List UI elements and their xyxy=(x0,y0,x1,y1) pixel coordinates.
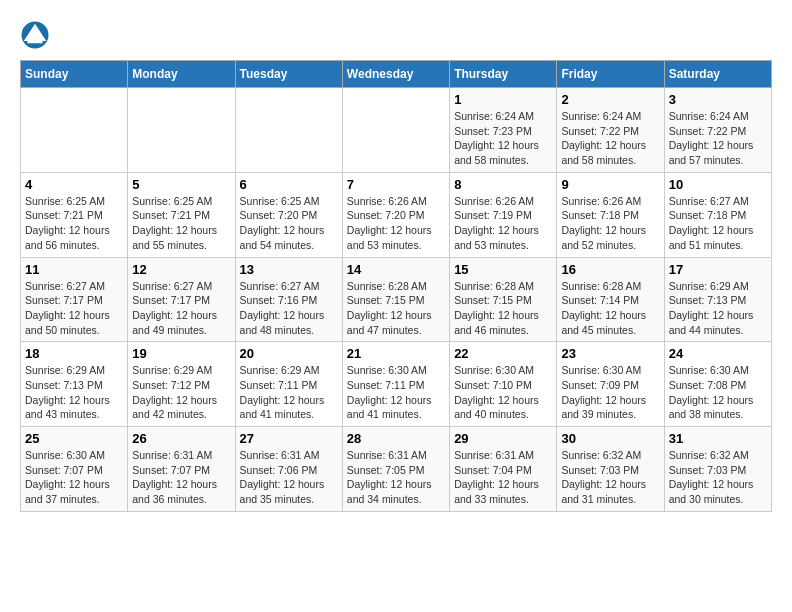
day-number: 26 xyxy=(132,431,230,446)
day-info: Sunrise: 6:31 AM Sunset: 7:07 PM Dayligh… xyxy=(132,448,230,507)
day-number: 2 xyxy=(561,92,659,107)
calendar-day-cell: 31Sunrise: 6:32 AM Sunset: 7:03 PM Dayli… xyxy=(664,427,771,512)
calendar-day-cell: 24Sunrise: 6:30 AM Sunset: 7:08 PM Dayli… xyxy=(664,342,771,427)
calendar-day-cell: 3Sunrise: 6:24 AM Sunset: 7:22 PM Daylig… xyxy=(664,88,771,173)
day-info: Sunrise: 6:25 AM Sunset: 7:21 PM Dayligh… xyxy=(132,194,230,253)
day-number: 22 xyxy=(454,346,552,361)
day-info: Sunrise: 6:32 AM Sunset: 7:03 PM Dayligh… xyxy=(669,448,767,507)
day-number: 9 xyxy=(561,177,659,192)
day-number: 16 xyxy=(561,262,659,277)
day-header-sunday: Sunday xyxy=(21,61,128,88)
day-info: Sunrise: 6:27 AM Sunset: 7:18 PM Dayligh… xyxy=(669,194,767,253)
day-header-saturday: Saturday xyxy=(664,61,771,88)
day-info: Sunrise: 6:31 AM Sunset: 7:04 PM Dayligh… xyxy=(454,448,552,507)
day-info: Sunrise: 6:26 AM Sunset: 7:18 PM Dayligh… xyxy=(561,194,659,253)
logo xyxy=(20,20,55,50)
calendar-week-5: 25Sunrise: 6:30 AM Sunset: 7:07 PM Dayli… xyxy=(21,427,772,512)
calendar-day-cell: 23Sunrise: 6:30 AM Sunset: 7:09 PM Dayli… xyxy=(557,342,664,427)
day-info: Sunrise: 6:30 AM Sunset: 7:11 PM Dayligh… xyxy=(347,363,445,422)
day-info: Sunrise: 6:29 AM Sunset: 7:11 PM Dayligh… xyxy=(240,363,338,422)
calendar-week-3: 11Sunrise: 6:27 AM Sunset: 7:17 PM Dayli… xyxy=(21,257,772,342)
calendar-day-cell: 7Sunrise: 6:26 AM Sunset: 7:20 PM Daylig… xyxy=(342,172,449,257)
calendar-day-cell: 29Sunrise: 6:31 AM Sunset: 7:04 PM Dayli… xyxy=(450,427,557,512)
calendar-day-cell: 22Sunrise: 6:30 AM Sunset: 7:10 PM Dayli… xyxy=(450,342,557,427)
day-header-wednesday: Wednesday xyxy=(342,61,449,88)
calendar-day-cell: 21Sunrise: 6:30 AM Sunset: 7:11 PM Dayli… xyxy=(342,342,449,427)
day-number: 5 xyxy=(132,177,230,192)
calendar-day-cell: 8Sunrise: 6:26 AM Sunset: 7:19 PM Daylig… xyxy=(450,172,557,257)
day-number: 21 xyxy=(347,346,445,361)
day-info: Sunrise: 6:27 AM Sunset: 7:16 PM Dayligh… xyxy=(240,279,338,338)
calendar-table: SundayMondayTuesdayWednesdayThursdayFrid… xyxy=(20,60,772,512)
day-info: Sunrise: 6:27 AM Sunset: 7:17 PM Dayligh… xyxy=(132,279,230,338)
day-info: Sunrise: 6:32 AM Sunset: 7:03 PM Dayligh… xyxy=(561,448,659,507)
calendar-week-2: 4Sunrise: 6:25 AM Sunset: 7:21 PM Daylig… xyxy=(21,172,772,257)
day-number: 18 xyxy=(25,346,123,361)
day-info: Sunrise: 6:30 AM Sunset: 7:08 PM Dayligh… xyxy=(669,363,767,422)
logo-icon xyxy=(20,20,50,50)
calendar-day-cell: 19Sunrise: 6:29 AM Sunset: 7:12 PM Dayli… xyxy=(128,342,235,427)
day-info: Sunrise: 6:30 AM Sunset: 7:10 PM Dayligh… xyxy=(454,363,552,422)
day-number: 30 xyxy=(561,431,659,446)
day-number: 3 xyxy=(669,92,767,107)
calendar-week-4: 18Sunrise: 6:29 AM Sunset: 7:13 PM Dayli… xyxy=(21,342,772,427)
day-info: Sunrise: 6:30 AM Sunset: 7:09 PM Dayligh… xyxy=(561,363,659,422)
calendar-day-cell: 20Sunrise: 6:29 AM Sunset: 7:11 PM Dayli… xyxy=(235,342,342,427)
day-header-thursday: Thursday xyxy=(450,61,557,88)
day-header-monday: Monday xyxy=(128,61,235,88)
day-info: Sunrise: 6:28 AM Sunset: 7:15 PM Dayligh… xyxy=(454,279,552,338)
day-number: 1 xyxy=(454,92,552,107)
calendar-day-cell: 13Sunrise: 6:27 AM Sunset: 7:16 PM Dayli… xyxy=(235,257,342,342)
day-number: 23 xyxy=(561,346,659,361)
day-number: 7 xyxy=(347,177,445,192)
calendar-day-cell: 12Sunrise: 6:27 AM Sunset: 7:17 PM Dayli… xyxy=(128,257,235,342)
day-number: 8 xyxy=(454,177,552,192)
calendar-day-cell xyxy=(21,88,128,173)
day-number: 13 xyxy=(240,262,338,277)
day-number: 12 xyxy=(132,262,230,277)
day-number: 24 xyxy=(669,346,767,361)
day-info: Sunrise: 6:30 AM Sunset: 7:07 PM Dayligh… xyxy=(25,448,123,507)
day-number: 10 xyxy=(669,177,767,192)
calendar-day-cell: 2Sunrise: 6:24 AM Sunset: 7:22 PM Daylig… xyxy=(557,88,664,173)
calendar-day-cell: 11Sunrise: 6:27 AM Sunset: 7:17 PM Dayli… xyxy=(21,257,128,342)
day-number: 25 xyxy=(25,431,123,446)
calendar-day-cell: 25Sunrise: 6:30 AM Sunset: 7:07 PM Dayli… xyxy=(21,427,128,512)
calendar-day-cell: 6Sunrise: 6:25 AM Sunset: 7:20 PM Daylig… xyxy=(235,172,342,257)
day-header-friday: Friday xyxy=(557,61,664,88)
day-number: 14 xyxy=(347,262,445,277)
page-header xyxy=(20,20,772,50)
day-info: Sunrise: 6:25 AM Sunset: 7:21 PM Dayligh… xyxy=(25,194,123,253)
calendar-day-cell: 18Sunrise: 6:29 AM Sunset: 7:13 PM Dayli… xyxy=(21,342,128,427)
day-info: Sunrise: 6:28 AM Sunset: 7:14 PM Dayligh… xyxy=(561,279,659,338)
day-info: Sunrise: 6:24 AM Sunset: 7:23 PM Dayligh… xyxy=(454,109,552,168)
day-header-tuesday: Tuesday xyxy=(235,61,342,88)
calendar-day-cell: 15Sunrise: 6:28 AM Sunset: 7:15 PM Dayli… xyxy=(450,257,557,342)
day-info: Sunrise: 6:27 AM Sunset: 7:17 PM Dayligh… xyxy=(25,279,123,338)
day-info: Sunrise: 6:31 AM Sunset: 7:05 PM Dayligh… xyxy=(347,448,445,507)
day-number: 6 xyxy=(240,177,338,192)
calendar-day-cell: 14Sunrise: 6:28 AM Sunset: 7:15 PM Dayli… xyxy=(342,257,449,342)
day-number: 15 xyxy=(454,262,552,277)
calendar-day-cell: 27Sunrise: 6:31 AM Sunset: 7:06 PM Dayli… xyxy=(235,427,342,512)
calendar-day-cell: 26Sunrise: 6:31 AM Sunset: 7:07 PM Dayli… xyxy=(128,427,235,512)
day-number: 4 xyxy=(25,177,123,192)
day-info: Sunrise: 6:29 AM Sunset: 7:13 PM Dayligh… xyxy=(25,363,123,422)
calendar-day-cell xyxy=(235,88,342,173)
calendar-day-cell: 16Sunrise: 6:28 AM Sunset: 7:14 PM Dayli… xyxy=(557,257,664,342)
calendar-day-cell: 17Sunrise: 6:29 AM Sunset: 7:13 PM Dayli… xyxy=(664,257,771,342)
day-info: Sunrise: 6:28 AM Sunset: 7:15 PM Dayligh… xyxy=(347,279,445,338)
day-number: 17 xyxy=(669,262,767,277)
day-info: Sunrise: 6:31 AM Sunset: 7:06 PM Dayligh… xyxy=(240,448,338,507)
calendar-day-cell: 28Sunrise: 6:31 AM Sunset: 7:05 PM Dayli… xyxy=(342,427,449,512)
day-info: Sunrise: 6:29 AM Sunset: 7:13 PM Dayligh… xyxy=(669,279,767,338)
calendar-day-cell: 30Sunrise: 6:32 AM Sunset: 7:03 PM Dayli… xyxy=(557,427,664,512)
calendar-week-1: 1Sunrise: 6:24 AM Sunset: 7:23 PM Daylig… xyxy=(21,88,772,173)
day-info: Sunrise: 6:24 AM Sunset: 7:22 PM Dayligh… xyxy=(561,109,659,168)
day-info: Sunrise: 6:29 AM Sunset: 7:12 PM Dayligh… xyxy=(132,363,230,422)
day-info: Sunrise: 6:26 AM Sunset: 7:19 PM Dayligh… xyxy=(454,194,552,253)
calendar-day-cell: 9Sunrise: 6:26 AM Sunset: 7:18 PM Daylig… xyxy=(557,172,664,257)
day-number: 29 xyxy=(454,431,552,446)
calendar-day-cell: 5Sunrise: 6:25 AM Sunset: 7:21 PM Daylig… xyxy=(128,172,235,257)
day-number: 28 xyxy=(347,431,445,446)
